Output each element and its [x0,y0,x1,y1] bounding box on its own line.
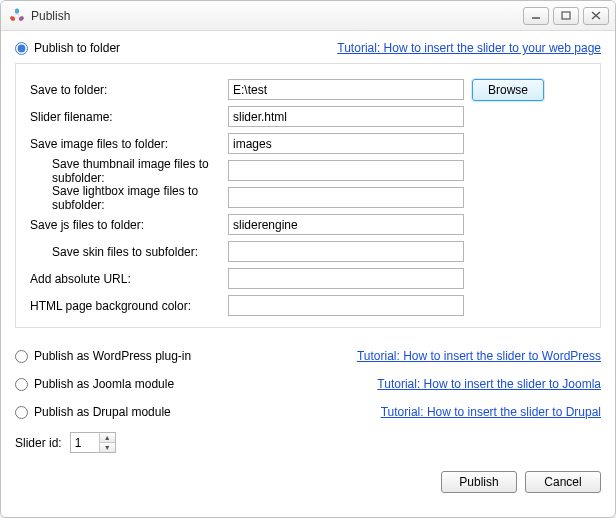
publish-button[interactable]: Publish [441,471,517,493]
publish-wordpress-radio-input[interactable] [15,350,28,363]
cancel-button[interactable]: Cancel [525,471,601,493]
browse-button[interactable]: Browse [472,79,544,101]
spinner-up-icon[interactable]: ▲ [100,433,115,443]
publish-to-folder-label: Publish to folder [34,41,120,55]
publish-wordpress-label: Publish as WordPress plug-in [34,349,191,363]
slider-id-label: Slider id: [15,436,62,450]
minimize-button[interactable] [523,7,549,25]
publish-joomla-radio[interactable]: Publish as Joomla module [15,377,235,391]
js-folder-label: Save js files to folder: [30,218,220,232]
thumb-subfolder-input[interactable] [228,160,464,181]
publish-drupal-radio-input[interactable] [15,406,28,419]
maximize-button[interactable] [553,7,579,25]
folder-options-panel: Save to folder: Browse Slider filename: … [15,63,601,328]
tutorial-link-drupal[interactable]: Tutorial: How to insert the slider to Dr… [381,405,601,419]
window-title: Publish [31,9,523,23]
tutorial-link-webpage[interactable]: Tutorial: How to insert the slider to yo… [337,41,601,55]
titlebar: Publish [1,1,615,31]
publish-to-folder-radio-input[interactable] [15,42,28,55]
thumb-subfolder-label: Save thumbnail image files to subfolder: [30,157,220,185]
slider-filename-label: Slider filename: [30,110,220,124]
abs-url-input[interactable] [228,268,464,289]
slider-filename-input[interactable] [228,106,464,127]
js-folder-input[interactable] [228,214,464,235]
slider-id-input[interactable] [71,433,99,452]
images-folder-label: Save image files to folder: [30,137,220,151]
publish-joomla-radio-input[interactable] [15,378,28,391]
tutorial-link-joomla[interactable]: Tutorial: How to insert the slider to Jo… [377,377,601,391]
slider-id-spinner[interactable]: ▲ ▼ [70,432,116,453]
save-folder-input[interactable] [228,79,464,100]
svg-rect-8 [562,12,570,19]
close-button[interactable] [583,7,609,25]
skin-subfolder-label: Save skin files to subfolder: [30,245,220,259]
tutorial-link-wordpress[interactable]: Tutorial: How to insert the slider to Wo… [357,349,601,363]
lightbox-subfolder-input[interactable] [228,187,464,208]
publish-joomla-label: Publish as Joomla module [34,377,174,391]
svg-point-4 [15,8,19,13]
spinner-down-icon[interactable]: ▼ [100,443,115,452]
publish-drupal-label: Publish as Drupal module [34,405,171,419]
images-folder-input[interactable] [228,133,464,154]
save-folder-label: Save to folder: [30,83,220,97]
lightbox-subfolder-label: Save lightbox image files to subfolder: [30,184,220,212]
bg-color-input[interactable] [228,295,464,316]
abs-url-label: Add absolute URL: [30,272,220,286]
publish-wordpress-radio[interactable]: Publish as WordPress plug-in [15,349,235,363]
publish-to-folder-radio[interactable]: Publish to folder [15,41,120,55]
skin-subfolder-input[interactable] [228,241,464,262]
app-icon [9,8,25,24]
publish-drupal-radio[interactable]: Publish as Drupal module [15,405,235,419]
svg-point-0 [15,14,19,18]
bg-color-label: HTML page background color: [30,299,220,313]
